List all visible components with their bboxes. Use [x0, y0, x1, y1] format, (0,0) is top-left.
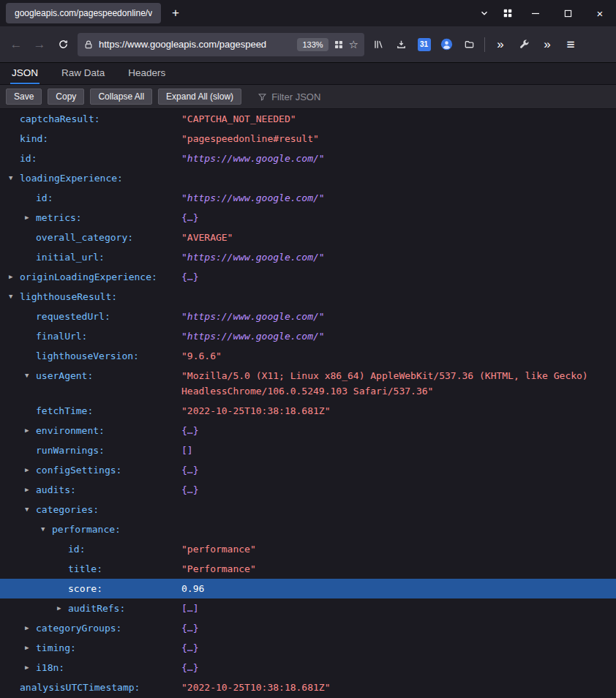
json-row[interactable]: id:"https://www.google.com/" [0, 188, 616, 208]
json-row[interactable]: analysisUTCTimestamp:"2022-10-25T10:38:1… [0, 678, 616, 697]
expand-arrow-icon[interactable]: ▶ [25, 638, 36, 658]
json-row[interactable]: runWarnings:[] [0, 440, 616, 460]
back-button[interactable]: ← [4, 33, 28, 56]
json-value-link[interactable]: "https://www.google.com/" [181, 247, 616, 267]
lock-icon[interactable] [83, 40, 94, 50]
account-avatar-icon[interactable] [435, 34, 458, 56]
url-text[interactable]: https://www.googleapis.com/pagespeed [99, 39, 292, 50]
json-row[interactable]: score:0.96 [0, 579, 616, 598]
expand-arrow-icon[interactable]: ▶ [25, 658, 36, 678]
json-row[interactable]: ▶timing:{…} [0, 638, 616, 658]
expand-arrow-icon[interactable]: ▶ [25, 421, 36, 440]
json-row-keywrap: requestedUrl: [0, 307, 181, 326]
collapse-arrow-icon[interactable]: ▼ [25, 366, 36, 386]
json-row[interactable]: fetchTime:"2022-10-25T10:38:18.681Z" [0, 401, 616, 421]
json-row[interactable]: ▶audits:{…} [0, 480, 616, 500]
json-value: "2022-10-25T10:38:18.681Z" [181, 401, 616, 421]
expand-arrow-icon[interactable]: ▶ [25, 618, 36, 638]
json-row[interactable]: id:"https://www.google.com/" [0, 149, 616, 168]
browser-tab[interactable]: googleapis.com/pagespeedonline/v [6, 3, 161, 23]
json-value-link[interactable]: "https://www.google.com/" [181, 326, 616, 346]
tab-headers[interactable]: Headers [127, 63, 167, 84]
tab-raw-data[interactable]: Raw Data [60, 63, 106, 84]
json-value: {…} [181, 208, 616, 228]
navigation-toolbar: ← → https://www.googleapis.com/pagespeed… [0, 26, 616, 63]
json-row[interactable]: ▶environment:{…} [0, 421, 616, 440]
json-key: fetchTime: [36, 401, 93, 421]
container-folder-icon[interactable] [458, 34, 481, 56]
json-value-link[interactable]: "https://www.google.com/" [181, 307, 616, 326]
json-row[interactable]: ▼categories: [0, 500, 616, 519]
json-row[interactable]: ▶categoryGroups:{…} [0, 618, 616, 638]
json-row[interactable]: lighthouseVersion:"9.6.6" [0, 346, 616, 366]
calendar-31-extension-icon[interactable]: 31 [413, 34, 435, 56]
json-row[interactable]: initial_url:"https://www.google.com/" [0, 247, 616, 267]
expand-arrow-icon[interactable]: ▶ [25, 480, 36, 500]
copy-button[interactable]: Copy [48, 89, 84, 105]
firefox-view-grid-icon[interactable] [496, 3, 519, 23]
close-button[interactable]: × [584, 0, 616, 26]
json-row[interactable]: ▼userAgent:"Mozilla/5.0 (X11; Linux x86_… [0, 366, 616, 401]
json-value-link[interactable]: "https://www.google.com/" [181, 188, 616, 208]
collapse-arrow-icon[interactable]: ▼ [9, 287, 20, 307]
json-row[interactable]: ▶configSettings:{…} [0, 460, 616, 480]
json-value: 0.96 [181, 579, 616, 598]
expand-arrow-icon[interactable]: ▶ [57, 598, 68, 618]
maximize-button[interactable] [552, 0, 584, 26]
url-bar[interactable]: https://www.googleapis.com/pagespeed 133… [78, 33, 364, 56]
collapse-all-button[interactable]: Collapse All [90, 89, 152, 105]
json-key: id: [36, 188, 53, 208]
json-row[interactable]: captchaResult:"CAPTCHA_NOT_NEEDED" [0, 109, 616, 129]
bookmark-star-icon[interactable]: ☆ [349, 38, 358, 51]
expand-all-button[interactable]: Expand All (slow) [158, 89, 241, 105]
json-row[interactable]: ▼performance: [0, 519, 616, 539]
zoom-level-badge[interactable]: 133% [297, 38, 328, 51]
expand-arrow-icon[interactable]: ▶ [25, 208, 36, 228]
library-icon[interactable] [367, 34, 390, 56]
json-row[interactable]: id:"performance" [0, 539, 616, 559]
grid-extension-icon[interactable] [334, 40, 344, 50]
json-value-link[interactable]: "https://www.google.com/" [181, 149, 616, 168]
json-row[interactable]: ▶metrics:{…} [0, 208, 616, 228]
titlebar: googleapis.com/pagespeedonline/v + × [0, 0, 616, 26]
save-button[interactable]: Save [6, 89, 42, 105]
tab-json[interactable]: JSON [10, 63, 40, 84]
json-row[interactable]: ▶originLoadingExperience:{…} [0, 267, 616, 287]
expand-arrow-icon[interactable]: ▶ [25, 460, 36, 480]
overflow-chevrons-icon-2[interactable]: » [536, 33, 559, 56]
wrench-customize-icon[interactable] [512, 33, 536, 56]
json-key: overall_category: [36, 228, 133, 247]
json-key: score: [68, 579, 102, 598]
json-value: {…} [181, 421, 616, 440]
json-row[interactable]: ▼lighthouseResult: [0, 287, 616, 307]
reload-button[interactable] [51, 33, 75, 56]
json-tree: captchaResult:"CAPTCHA_NOT_NEEDED"kind:"… [0, 109, 616, 698]
save-download-tray-icon[interactable] [390, 34, 413, 56]
json-row[interactable]: kind:"pagespeedonline#result" [0, 129, 616, 149]
json-row[interactable]: overall_category:"AVERAGE" [0, 228, 616, 247]
json-value: "2022-10-25T10:38:18.681Z" [181, 678, 616, 697]
expand-arrow-icon[interactable]: ▶ [9, 267, 20, 287]
collapse-arrow-icon[interactable]: ▼ [41, 519, 52, 539]
json-row[interactable]: title:"Performance" [0, 559, 616, 579]
collapse-arrow-icon[interactable]: ▼ [9, 168, 20, 188]
filter-json-input[interactable]: Filter JSON [258, 91, 320, 102]
minimize-button[interactable] [519, 0, 552, 26]
overflow-chevrons-icon[interactable]: » [489, 33, 512, 56]
json-row[interactable]: ▶auditRefs:[…] [0, 598, 616, 618]
json-value: "AVERAGE" [181, 228, 616, 247]
json-row[interactable]: ▼loadingExperience: [0, 168, 616, 188]
collapse-arrow-icon[interactable]: ▼ [25, 500, 36, 519]
json-key: i18n: [36, 658, 64, 678]
forward-button[interactable]: → [28, 33, 51, 56]
menu-hamburger-icon[interactable]: ≡ [559, 33, 582, 56]
json-value: {…} [181, 638, 616, 658]
json-row[interactable]: finalUrl:"https://www.google.com/" [0, 326, 616, 346]
json-row-keywrap: ▶auditRefs: [0, 598, 181, 618]
tab-list-chevron-icon[interactable] [473, 3, 496, 23]
json-row[interactable]: ▶i18n:{…} [0, 658, 616, 678]
json-key: configSettings: [36, 460, 121, 480]
new-tab-button[interactable]: + [165, 3, 186, 23]
json-row[interactable]: requestedUrl:"https://www.google.com/" [0, 307, 616, 326]
json-key: auditRefs: [68, 598, 125, 618]
